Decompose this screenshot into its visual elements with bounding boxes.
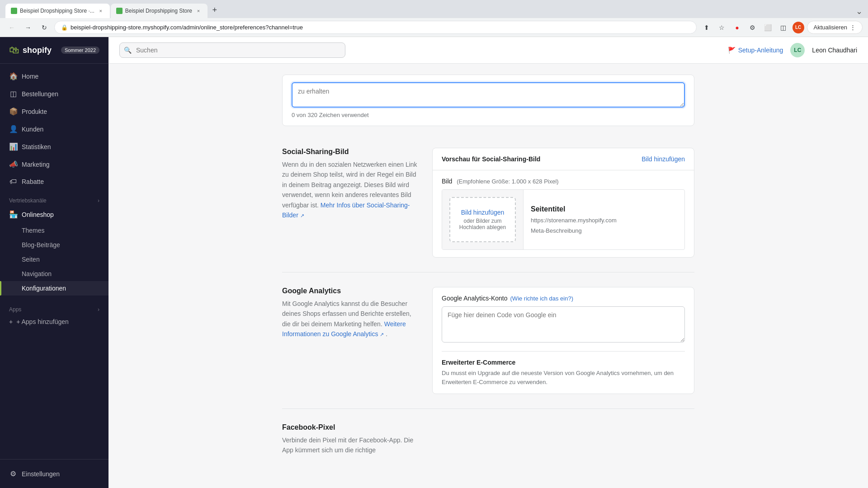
setup-link[interactable]: 🚩 Setup-Anleitung <box>728 47 783 54</box>
char-counter-section: 0 von 320 Zeichen verwendet <box>282 75 694 126</box>
add-image-drop-label[interactable]: Bild hinzufügen <box>461 209 505 216</box>
new-tab-button[interactable]: + <box>208 4 221 16</box>
browser-tabs: Beispiel Dropshipping Store ·... × Beisp… <box>5 4 863 18</box>
browser-tab-2[interactable]: Beispiel Dropshipping Store × <box>111 4 208 18</box>
sidebar-bottom: ⚙ Einstellungen <box>0 459 108 488</box>
tab-list-button[interactable]: ⌄ <box>856 6 863 16</box>
toolbar-actions: ⬆ ☆ ● ⚙ ⬜ ◫ LC Aktualisieren ⋮ <box>700 21 863 34</box>
vertriebskanaele-label: Vertriebskanäle <box>9 197 47 204</box>
tab-favicon-1 <box>11 8 17 14</box>
browser-chrome: Beispiel Dropshipping Store ·... × Beisp… <box>0 0 868 18</box>
google-analytics-section: Google Analytics Mit Google Analytics ka… <box>282 272 694 409</box>
sidebar-einstellungen-label: Einstellungen <box>22 470 60 478</box>
search-input[interactable] <box>119 42 345 58</box>
social-sharing-card-header: Vorschau für Social-Sharing-Bild Bild hi… <box>433 148 694 170</box>
add-apps-link[interactable]: + + Apps hinzufügen <box>0 314 108 329</box>
apps-section[interactable]: Apps › <box>0 299 108 314</box>
social-preview-box: Bild hinzufügen oder Bilder zum Hochlade… <box>442 189 685 250</box>
sidebar-item-bestellungen[interactable]: ◫ Bestellungen <box>0 85 108 103</box>
setup-link-label: Setup-Anleitung <box>738 47 783 54</box>
sidebar-item-produkte[interactable]: 📦 Produkte <box>0 103 108 120</box>
products-icon: 📦 <box>9 107 17 116</box>
analytics-account-label-row: Google Analytics-Konto (Wie richte ich d… <box>442 295 685 302</box>
facebook-pixel-section: Facebook-Pixel Verbinde dein Pixel mit d… <box>282 409 694 455</box>
url-text: beispiel-dropshipping-store.myshopify.co… <box>71 24 303 31</box>
extensions-button[interactable]: ⚙ <box>746 21 759 34</box>
facebook-pixel-title: Facebook-Pixel <box>282 423 418 432</box>
sidebar-konfigurationen-label: Konfigurationen <box>22 285 66 292</box>
drop-zone-sub-text: oder Bilder zum Hochladen ablegen <box>458 218 508 230</box>
add-apps-label: + Apps hinzufügen <box>16 318 69 325</box>
sidebar-item-kunden[interactable]: 👤 Kunden <box>0 120 108 138</box>
tab-favicon-2 <box>116 8 123 14</box>
blog-wrap: Blog-Beiträge <box>0 238 108 252</box>
google-analytics-left: Google Analytics Mit Google Analytics ka… <box>282 287 418 394</box>
reload-button[interactable]: ↻ <box>38 21 51 34</box>
google-analytics-desc: Mit Google Analytics kannst du die Besuc… <box>282 299 418 339</box>
sidebar-item-kunden-label: Kunden <box>22 126 43 133</box>
image-label-row: Bild (Empfohlene Größe: 1.000 x 628 Pixe… <box>442 178 685 185</box>
sidebar-seiten-label: Seiten <box>22 256 40 263</box>
facebook-pixel-left: Facebook-Pixel Verbinde dein Pixel mit d… <box>282 423 418 455</box>
bookmark-button[interactable]: ☆ <box>716 21 728 34</box>
tab-title-1: Beispiel Dropshipping Store ·... <box>20 8 94 14</box>
update-chevron: ⋮ <box>850 24 856 31</box>
image-drop-zone[interactable]: Bild hinzufügen oder Bilder zum Hochlade… <box>449 197 516 242</box>
back-button[interactable]: ← <box>5 21 18 34</box>
social-preview-image-area: Bild hinzufügen oder Bilder zum Hochlade… <box>442 190 524 249</box>
screenshot-button[interactable]: ⬜ <box>762 21 774 34</box>
flag-icon: 🚩 <box>728 47 736 54</box>
add-image-header-link[interactable]: Bild hinzufügen <box>642 155 685 163</box>
description-textarea[interactable] <box>292 82 685 108</box>
user-name-label: Leon Chaudhari <box>812 47 857 54</box>
facebook-pixel-right <box>432 423 694 455</box>
social-sharing-left: Social-Sharing-Bild Wenn du in den sozia… <box>282 148 418 258</box>
sidebar-item-home-label: Home <box>22 73 38 80</box>
sidebar-item-rabatte[interactable]: 🏷 Rabatte <box>0 173 108 190</box>
ecommerce-desc: Du musst ein Upgrade auf die neueste Ver… <box>442 369 685 386</box>
discounts-icon: 🏷 <box>9 178 17 186</box>
sidebar-item-marketing[interactable]: 📣 Marketing <box>0 155 108 173</box>
season-badge: Sommer 2022 <box>61 47 99 54</box>
apps-label: Apps <box>9 306 21 313</box>
vertriebskanaele-section[interactable]: Vertriebskanäle › <box>0 190 108 206</box>
analytics-help-link[interactable]: (Wie richte ich das ein?) <box>510 295 573 302</box>
sidebar-item-blog[interactable]: Blog-Beiträge <box>0 238 108 252</box>
browser-tab-1[interactable]: Beispiel Dropshipping Store ·... × <box>5 4 110 18</box>
vertriebskanaele-chevron: › <box>98 197 99 204</box>
active-indicator <box>0 281 1 296</box>
forward-button[interactable]: → <box>22 21 34 34</box>
preview-url: https://storename.myshopify.com <box>531 217 677 224</box>
google-analytics-right: Google Analytics-Konto (Wie richte ich d… <box>432 287 694 394</box>
sidebar-item-konfigurationen[interactable]: Konfigurationen <box>0 281 108 296</box>
social-sharing-desc: Wenn du in den sozialen Netzwerken einen… <box>282 160 418 220</box>
opera-button[interactable]: ● <box>731 21 744 34</box>
sidebar-item-produkte-label: Produkte <box>22 108 47 115</box>
sidebar-item-seiten[interactable]: Seiten <box>0 252 108 267</box>
sidebar-item-statistiken[interactable]: 📊 Statistiken <box>0 138 108 155</box>
update-button[interactable]: Aktualisieren ⋮ <box>807 21 863 34</box>
sidebar-item-einstellungen[interactable]: ⚙ Einstellungen <box>0 465 108 483</box>
profile-circle[interactable]: LC <box>793 22 804 33</box>
tab-close-2[interactable]: × <box>195 7 202 14</box>
social-sharing-title: Social-Sharing-Bild <box>282 148 418 156</box>
sidebar-item-navigation[interactable]: Navigation <box>0 267 108 281</box>
address-bar[interactable]: 🔒 beispiel-dropshipping-store.myshopify.… <box>54 21 697 34</box>
ecommerce-section: Erweiterter E-Commerce Du musst ein Upgr… <box>442 351 685 386</box>
user-avatar[interactable]: LC <box>790 43 805 57</box>
tab-close-1[interactable]: × <box>97 7 104 14</box>
social-sharing-card-body: Bild (Empfohlene Größe: 1.000 x 628 Pixe… <box>433 170 694 257</box>
share-button[interactable]: ⬆ <box>700 21 713 34</box>
google-analytics-title: Google Analytics <box>282 287 418 295</box>
shopify-logo: 🛍 shopify <box>9 44 52 56</box>
topbar-actions: 🚩 Setup-Anleitung LC Leon Chaudhari <box>728 43 857 57</box>
sidebar-toggle[interactable]: ◫ <box>777 21 790 34</box>
social-sharing-section: Social-Sharing-Bild Wenn du in den sozia… <box>282 133 694 272</box>
sidebar-item-home[interactable]: 🏠 Home <box>0 67 108 85</box>
analytics-code-textarea[interactable] <box>442 306 685 343</box>
content-wrapper: 0 von 320 Zeichen verwendet Social-Shari… <box>271 64 705 466</box>
sidebar-item-onlineshop[interactable]: 🏪 Onlineshop <box>0 206 108 223</box>
sidebar-item-onlineshop-label: Onlineshop <box>22 211 54 218</box>
lock-icon: 🔒 <box>61 24 68 31</box>
sidebar-item-themes[interactable]: Themes <box>0 223 108 238</box>
